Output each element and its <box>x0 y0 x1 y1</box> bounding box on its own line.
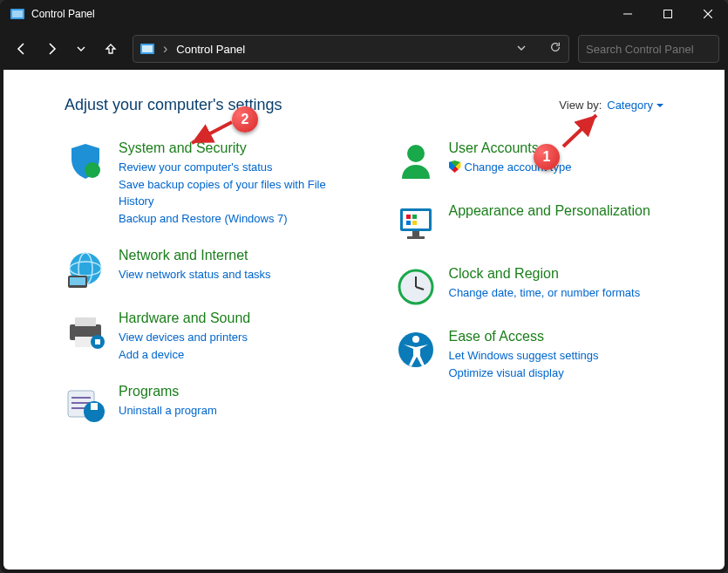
view-by-label: View by: <box>559 99 602 112</box>
sublink[interactable]: Add a device <box>119 346 360 364</box>
svg-rect-3 <box>664 10 672 18</box>
control-panel-icon <box>10 7 24 21</box>
category-system-security: System and Security Review your computer… <box>65 140 360 227</box>
refresh-button[interactable] <box>549 41 561 57</box>
sublink[interactable]: View devices and printers <box>119 329 360 346</box>
svg-rect-7 <box>142 45 153 52</box>
accessibility-icon <box>395 329 437 371</box>
svg-point-27 <box>407 145 425 162</box>
address-dropdown-icon[interactable] <box>516 41 527 57</box>
sublink[interactable]: Review your computer's status <box>119 159 360 176</box>
svg-rect-33 <box>412 221 417 225</box>
recent-dropdown[interactable] <box>68 36 94 62</box>
sublink[interactable]: Uninstall a program <box>119 402 360 420</box>
sublink[interactable]: Save backup copies of your files with Fi… <box>119 176 360 210</box>
category-title[interactable]: User Accounts <box>449 140 691 156</box>
monitor-icon <box>395 203 437 245</box>
svg-rect-35 <box>407 236 425 239</box>
window-title: Control Panel <box>31 8 608 20</box>
category-network-internet: Network and Internet View network status… <box>65 248 360 290</box>
breadcrumb-item[interactable]: Control Panel <box>176 43 245 56</box>
svg-rect-34 <box>412 231 419 236</box>
right-column: User Accounts Change account type Appear… <box>395 140 691 447</box>
annotation-bubble-2: 2 <box>232 106 258 133</box>
left-column: System and Security Review your computer… <box>65 140 360 447</box>
shield-icon <box>65 140 106 182</box>
close-button[interactable] <box>688 0 728 28</box>
address-bar[interactable]: › Control Panel <box>133 35 569 63</box>
sublink[interactable]: Optimize visual display <box>449 365 691 382</box>
sublink[interactable]: Backup and Restore (Windows 7) <box>119 210 360 228</box>
view-by: View by: Category <box>559 99 663 112</box>
view-by-value: Category <box>607 99 653 112</box>
up-button[interactable] <box>98 36 124 62</box>
svg-rect-29 <box>403 211 429 229</box>
svg-rect-32 <box>406 221 411 225</box>
category-title[interactable]: Clock and Region <box>449 266 691 282</box>
breadcrumb-sep: › <box>163 41 167 57</box>
svg-rect-30 <box>406 215 411 219</box>
sublink[interactable]: Change date, time, or number formats <box>449 284 691 302</box>
svg-point-40 <box>412 336 419 343</box>
content-area: Adjust your computer's settings View by:… <box>3 70 725 570</box>
svg-point-10 <box>85 162 100 178</box>
category-appearance: Appearance and Personalization <box>395 203 691 245</box>
forward-button[interactable] <box>38 36 65 62</box>
category-title[interactable]: Hardware and Sound <box>119 310 360 326</box>
titlebar: Control Panel <box>0 0 728 28</box>
user-icon <box>395 140 437 182</box>
annotation-bubble-1: 1 <box>534 144 560 170</box>
category-ease-of-access: Ease of Access Let Windows suggest setti… <box>395 329 691 381</box>
view-by-dropdown[interactable]: Category <box>607 99 663 112</box>
svg-rect-26 <box>91 403 98 410</box>
navbar: › Control Panel <box>0 28 728 70</box>
svg-rect-31 <box>412 215 417 219</box>
back-button[interactable] <box>9 36 35 62</box>
category-title[interactable]: System and Security <box>119 140 360 156</box>
category-hardware-sound: Hardware and Sound View devices and prin… <box>65 310 360 363</box>
category-title[interactable]: Network and Internet <box>119 248 360 263</box>
sublink[interactable]: Let Windows suggest settings <box>449 347 691 365</box>
maximize-button[interactable] <box>648 0 688 28</box>
globe-icon <box>65 248 106 290</box>
category-title[interactable]: Programs <box>119 384 360 399</box>
svg-rect-20 <box>95 339 100 344</box>
category-clock-region: Clock and Region Change date, time, or n… <box>395 266 691 308</box>
category-programs: Programs Uninstall a program <box>65 384 360 426</box>
clock-icon <box>395 266 437 308</box>
page-heading: Adjust your computer's settings <box>65 96 559 114</box>
search-input[interactable] <box>586 43 728 56</box>
search-box[interactable] <box>578 35 719 63</box>
category-title[interactable]: Ease of Access <box>449 329 691 344</box>
svg-rect-15 <box>70 277 85 285</box>
chevron-down-icon <box>657 102 663 109</box>
minimize-button[interactable] <box>608 0 648 28</box>
svg-rect-17 <box>75 317 96 326</box>
sublink[interactable]: View network status and tasks <box>119 266 360 283</box>
programs-icon <box>65 384 106 426</box>
address-bar-icon <box>140 42 154 56</box>
printer-icon <box>65 310 106 352</box>
svg-rect-1 <box>12 10 23 17</box>
sublink[interactable]: Change account type <box>449 159 691 176</box>
category-title[interactable]: Appearance and Personalization <box>449 203 691 219</box>
